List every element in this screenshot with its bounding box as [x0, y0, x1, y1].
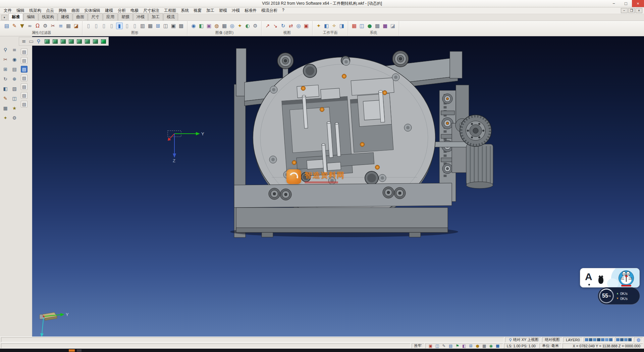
link-icon[interactable]: ∞ [26, 23, 33, 29]
toolbar-tab[interactable]: 线架构 [39, 13, 57, 20]
menu-item[interactable]: 模流分析 [259, 7, 280, 14]
viewport-3d[interactable]: Y Z Y [32, 36, 644, 337]
gear-tool-icon[interactable]: ⚙ [11, 115, 18, 121]
zoom-tool-icon[interactable]: ⚲ [2, 46, 9, 53]
clipboard-icon[interactable]: ▤ [21, 92, 28, 99]
filter-icon[interactable]: ▼ [19, 23, 25, 29]
mdi-minimize-button[interactable]: − [621, 8, 628, 13]
iso-view-cube-button[interactable] [59, 38, 67, 45]
list-tool-icon[interactable]: ≡ [11, 46, 18, 53]
layers-icon[interactable]: ≡ [57, 23, 64, 29]
iso-view-cube-button[interactable] [75, 38, 83, 45]
pan-icon[interactable]: ⇄ [287, 23, 294, 29]
shade-tool-icon[interactable]: ◧ [2, 85, 9, 92]
mesh-tool-icon[interactable]: ▦ [2, 105, 9, 112]
clipboard-icon[interactable]: ▤ [21, 48, 28, 55]
iso-view-cube-button[interactable] [67, 38, 75, 45]
flag-icon[interactable]: ⚑ [455, 344, 460, 348]
add-tool-icon[interactable]: ⊕ [11, 76, 18, 82]
pencil-icon[interactable]: ✎ [11, 23, 18, 29]
minimize-button[interactable]: − [608, 0, 620, 7]
layer-color-tile[interactable] [601, 338, 604, 341]
layer-color-tile[interactable] [589, 338, 592, 341]
zoom-extents-icon[interactable]: ↗ [264, 23, 271, 29]
hatch-box-icon[interactable]: ▩ [178, 23, 184, 29]
grid-tool-icon[interactable]: ⊞ [2, 66, 9, 73]
toolbar-tab[interactable]: 曲面 [73, 13, 88, 20]
view-mode-indicator[interactable]: ⚲ 绝对 XY 上视图 [505, 337, 541, 342]
close-button[interactable]: × [632, 0, 644, 7]
cylinder-icon[interactable]: ▯ [108, 23, 115, 29]
toolbar-tab[interactable]: 应用 [103, 13, 118, 20]
toolbar-tab[interactable]: 模流 [163, 13, 178, 20]
toolbar-tab[interactable]: 塑膜 [118, 13, 133, 20]
dot-icon[interactable]: ● [475, 344, 480, 348]
attributes-icon[interactable]: ▤ [3, 23, 10, 29]
cylinder-active-icon[interactable]: ▮ [116, 23, 123, 29]
toolbar-tab[interactable]: 冲模 [133, 13, 148, 20]
layer-color-tile[interactable] [597, 338, 600, 341]
toolbar-tab[interactable]: 加工 [148, 13, 163, 20]
edit-icon[interactable]: ✎ [441, 344, 447, 348]
net-speed-widget[interactable]: 55% ▲0K/s ▼0K/s [598, 287, 640, 305]
cylinder-icon[interactable]: ▯ [85, 23, 92, 29]
window-icon[interactable]: ◫ [435, 344, 440, 348]
clipboard-icon[interactable]: ▤ [21, 101, 28, 107]
split-box-icon[interactable]: ◫ [162, 23, 169, 29]
layer-color-tile[interactable] [593, 338, 596, 341]
rotate-view-icon[interactable]: ↻ [280, 23, 286, 29]
pencil-tool-icon[interactable]: ✎ [2, 95, 9, 102]
slope-icon[interactable]: ◪ [389, 23, 396, 29]
mdi-restore-button[interactable]: ❐ [628, 8, 635, 13]
color-grid-icon[interactable]: ▦ [351, 23, 358, 29]
sphere-icon[interactable]: ● [366, 23, 373, 29]
scissors-icon[interactable]: ✂ [50, 23, 56, 29]
clipboard-icon[interactable]: ▤ [21, 57, 28, 64]
workplane-flip-icon[interactable]: ◨ [338, 23, 345, 29]
fit-view-icon[interactable]: ▣ [303, 23, 310, 29]
gear-icon[interactable]: ⚙ [42, 23, 49, 29]
half-icon[interactable]: ◧ [462, 344, 467, 348]
grid-box-icon[interactable]: ▦ [147, 23, 154, 29]
iso-view-cube-button[interactable] [83, 38, 91, 45]
lock-indicator[interactable]: 拴牢 [412, 343, 424, 348]
iso-view-cube-button[interactable] [51, 38, 59, 45]
hatch-tool-icon[interactable]: ▧ [11, 85, 18, 92]
record-icon[interactable]: ▣ [428, 344, 433, 348]
box-icon[interactable]: ▥ [139, 23, 146, 29]
render-settings-icon[interactable]: ⚙ [252, 23, 259, 29]
iso-view-cube-button[interactable] [99, 38, 107, 45]
star-tool-icon[interactable]: ✦ [2, 115, 9, 121]
list-icon[interactable]: ≡ [20, 38, 28, 45]
target-icon[interactable]: ◉ [488, 344, 494, 348]
layer-color-tile[interactable] [585, 338, 588, 341]
taskbar-app-icon[interactable] [77, 349, 82, 352]
cylinder-icon[interactable]: ▯ [93, 23, 100, 29]
box-icon[interactable]: ▯ [131, 23, 138, 29]
menu-item[interactable]: 视窗 [191, 7, 204, 14]
cylinder-icon[interactable]: ▯ [101, 23, 107, 29]
block-icon[interactable]: ■ [495, 344, 500, 348]
render-icon[interactable]: ◉ [190, 23, 197, 29]
plus-box-icon[interactable]: ⊞ [155, 23, 161, 29]
menu-item[interactable]: 冲模 [229, 7, 242, 14]
frame-icon[interactable]: ▭ [28, 38, 35, 45]
workplane-alt-icon[interactable]: ✧ [331, 23, 337, 29]
zoom-window-icon[interactable]: ↘ [272, 23, 279, 29]
favorite-tool-icon[interactable]: ★ [11, 105, 18, 112]
cad-model[interactable] [221, 44, 543, 265]
magnet-icon[interactable]: Ω [34, 23, 41, 29]
clipboard-icon[interactable]: ▤ [21, 75, 28, 81]
trim-tool-icon[interactable]: ✂ [2, 56, 9, 63]
maximize-button[interactable]: □ [620, 0, 632, 7]
grid-icon[interactable]: ▦ [65, 23, 72, 29]
clipboard-icon[interactable]: ▤ [21, 83, 28, 90]
layer-color-tile[interactable] [620, 338, 624, 341]
layer-icon[interactable]: ▤ [448, 344, 453, 348]
menu-item[interactable]: 标准件 [242, 7, 259, 14]
mdi-close-button[interactable]: × [636, 8, 642, 13]
toolbar-tab[interactable]: 尺寸 [88, 13, 103, 20]
menu-item[interactable]: 加工 [204, 7, 217, 14]
workplane-icon[interactable]: ◧ [323, 23, 330, 29]
zoom-box-icon[interactable]: ⚲ [35, 38, 42, 45]
